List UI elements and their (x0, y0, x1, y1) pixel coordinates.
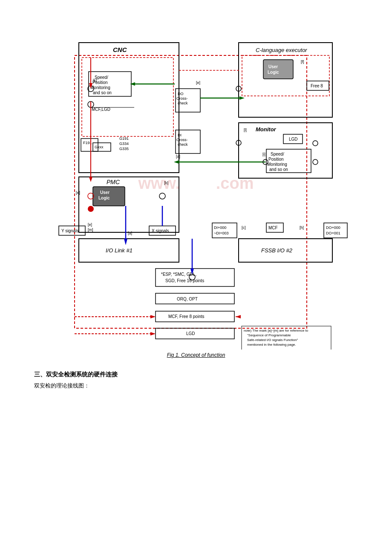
svg-marker-92 (174, 160, 179, 164)
svg-text:C-language executor: C-language executor (256, 47, 307, 53)
svg-text:[c]: [c] (242, 225, 246, 230)
svg-rect-26 (263, 60, 293, 79)
svg-text:G334: G334 (119, 142, 129, 146)
section-heading: 三、双安全检测系统的硬件连接 (34, 371, 366, 379)
svg-text:[f]: [f] (301, 60, 304, 64)
svg-text:[k]: [k] (93, 78, 97, 83)
svg-text:ORQ, OPT: ORQ, OPT (177, 297, 198, 301)
svg-text:note) The mark [a]~[m] are for: note) The mark [a]~[m] are for reference… (244, 329, 308, 332)
chinese-section: 三、双安全检测系统的硬件连接 双安检的理论接线图： (26, 371, 366, 390)
svg-text:Free 8: Free 8 (311, 84, 323, 88)
svg-text:Safe-related I/O signals Funct: Safe-related I/O signals Function" (247, 338, 298, 342)
svg-point-107 (88, 206, 94, 212)
svg-text:User: User (100, 190, 110, 195)
svg-text:PMC: PMC (107, 179, 120, 185)
svg-text:Logic: Logic (268, 70, 279, 75)
svg-text:Cross-: Cross- (176, 138, 188, 142)
svg-text:DI+000: DI+000 (214, 225, 226, 230)
svg-text:Gxxx: Gxxx (95, 145, 104, 149)
page-content: www. .com CNC Speed/ Position Monitoring… (0, 0, 392, 409)
svg-text:[e]: [e] (88, 223, 92, 227)
svg-text:I/O Link #1: I/O Link #1 (106, 247, 133, 254)
diagram-wrapper: www. .com CNC Speed/ Position Monitoring… (30, 17, 362, 358)
svg-text:G335: G335 (119, 147, 129, 151)
svg-marker-94 (124, 239, 127, 245)
svg-text:[e]: [e] (76, 191, 80, 195)
svg-text:FSSB I/O #2: FSSB I/O #2 (261, 247, 293, 254)
diagram-svg: www. .com CNC Speed/ Position Monitoring… (30, 17, 362, 350)
svg-text:Y signals: Y signals (61, 228, 78, 233)
svg-text:check: check (178, 142, 188, 147)
svg-text:[m]: [m] (88, 228, 93, 232)
svg-text:DO+000: DO+000 (326, 225, 340, 230)
svg-point-114 (313, 141, 318, 146)
svg-text:[h]: [h] (300, 225, 304, 230)
svg-marker-101 (236, 315, 241, 318)
svg-text:DO+001: DO+001 (326, 231, 340, 235)
svg-text:Position: Position (268, 157, 284, 162)
svg-text:[e]: [e] (196, 81, 200, 85)
svg-text:Logic: Logic (98, 196, 110, 200)
svg-text:check: check (178, 101, 188, 105)
svg-rect-3 (82, 58, 173, 136)
svg-text:MCF, Free 8 points: MCF, Free 8 points (168, 314, 204, 319)
svg-text:"Sequence of Programmable: "Sequence of Programmable (247, 333, 291, 337)
svg-text:and so on: and so on (269, 167, 288, 172)
svg-text:CNC: CNC (113, 46, 127, 53)
diagram-caption: Fig 1. Concept of function (30, 352, 362, 358)
svg-point-108 (159, 193, 165, 199)
svg-text:LGD: LGD (289, 137, 298, 142)
svg-text:mentioned in the following pag: mentioned in the following page. (247, 343, 296, 347)
svg-text:Cross-: Cross- (176, 96, 188, 101)
svg-text:MCF: MCF (268, 225, 278, 230)
section-subheading: 双安检的理论接线图： (34, 382, 366, 390)
svg-marker-90 (239, 96, 245, 100)
svg-text:[i]: [i] (262, 152, 265, 156)
svg-marker-118 (89, 177, 92, 182)
svg-text:[l]: [l] (244, 128, 247, 132)
svg-text:DO: DO (178, 92, 184, 96)
svg-text:Speed/: Speed/ (271, 152, 284, 156)
svg-text:Monitoring: Monitoring (267, 162, 287, 167)
svg-marker-103 (150, 332, 156, 335)
svg-marker-88 (130, 82, 135, 86)
svg-text:[a]: [a] (176, 154, 180, 159)
svg-rect-23 (239, 43, 332, 117)
svg-text:X signals: X signals (152, 228, 169, 233)
svg-text:User: User (268, 64, 278, 69)
svg-text:~DI+003: ~DI+003 (214, 231, 229, 235)
svg-marker-99 (150, 315, 156, 318)
svg-text:[b]: [b] (164, 181, 168, 185)
svg-point-113 (313, 159, 318, 165)
svg-text:Monitor: Monitor (256, 126, 277, 133)
svg-text:LGD: LGD (186, 331, 195, 336)
svg-text:MCF,LGD: MCF,LGD (92, 107, 110, 112)
svg-text:[a]: [a] (128, 231, 132, 235)
svg-text:G191: G191 (119, 136, 129, 141)
svg-text:DI: DI (178, 133, 182, 137)
svg-text:SGD, Free 16 points: SGD, Free 16 points (165, 278, 204, 283)
svg-text:and so on: and so on (93, 90, 112, 95)
